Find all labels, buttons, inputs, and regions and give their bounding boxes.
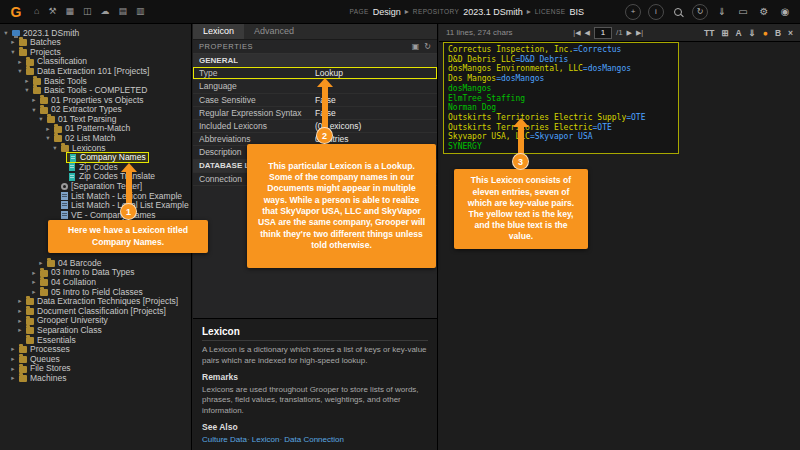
tree-item-box[interactable]: 01 Pattern-Match: [52, 124, 132, 133]
tree-item-box[interactable]: Essentials: [24, 335, 78, 344]
tree-item[interactable]: Company Names: [0, 153, 191, 163]
last-page-icon[interactable]: ▶|: [636, 29, 643, 37]
expander-icon[interactable]: ▸: [16, 58, 24, 66]
tree-item-box[interactable]: Classification: [24, 57, 89, 66]
expander-icon[interactable]: ▾: [2, 29, 10, 37]
record-icon[interactable]: ●: [763, 28, 768, 38]
tree-item[interactable]: Zip Codes Translate: [0, 172, 191, 182]
font-icon[interactable]: A: [735, 28, 741, 38]
export-icon[interactable]: ⇓: [749, 28, 756, 38]
tree-item[interactable]: ▸ 04 Collation: [0, 277, 191, 287]
tree-item[interactable]: ▸ 04 Barcode: [0, 258, 191, 268]
tree-item[interactable]: ▾ Basic Tools - COMPLETED: [0, 86, 191, 96]
sync-icon[interactable]: ↻: [692, 4, 708, 20]
expander-icon[interactable]: ▸: [16, 317, 24, 325]
lexicon-text-editor[interactable]: Correctus Inspection, Inc.=CorrectusD&D …: [443, 42, 679, 154]
home-icon[interactable]: ⌂: [34, 7, 39, 16]
expander-icon[interactable]: ▾: [51, 144, 59, 152]
tools-icon[interactable]: ⚒: [48, 7, 56, 16]
expander-icon[interactable]: ▾: [37, 115, 45, 123]
tree-item-box[interactable]: 02 Extractor Types: [38, 105, 124, 114]
tree-item-box[interactable]: Basic Tools: [31, 76, 89, 85]
tree-view-icon[interactable]: ⊞: [721, 28, 728, 38]
display-icon[interactable]: ▭: [736, 5, 750, 19]
help-link[interactable]: Data Connection: [279, 435, 343, 444]
expander-icon[interactable]: ▸: [30, 288, 38, 296]
tree-item-box[interactable]: Grooper University: [24, 316, 110, 325]
text-case-icon[interactable]: TT: [704, 28, 714, 38]
settings-icon[interactable]: ⚙: [757, 5, 771, 19]
tree-item[interactable]: ▸ Machines: [0, 373, 191, 383]
tree-item[interactable]: ▾ 2023.1 DSmith: [0, 28, 191, 38]
tree-item[interactable]: ▸ Document Classification [Projects]: [0, 306, 191, 316]
tree-item[interactable]: ▾ 02 List Match: [0, 134, 191, 144]
tree-item-box[interactable]: Data Extraction Techniques [Projects]: [24, 297, 180, 306]
tree-item-box[interactable]: 04 Barcode: [45, 258, 103, 267]
expander-icon[interactable]: ▸: [30, 96, 38, 104]
tree-item[interactable]: ▸ File Stores: [0, 364, 191, 374]
account-icon[interactable]: ◉: [778, 5, 792, 19]
expander-icon[interactable]: ▸: [9, 355, 17, 363]
tree-item[interactable]: [Separation Tester]: [0, 182, 191, 192]
tree-item[interactable]: ▾ Projects: [0, 47, 191, 57]
tree-item-box[interactable]: 01 Text Parsing: [45, 115, 118, 124]
batches-icon[interactable]: ▦: [66, 7, 75, 16]
expander-icon[interactable]: ▸: [37, 259, 45, 267]
projects-icon[interactable]: ◫: [83, 7, 92, 16]
tree-item-box[interactable]: Batches: [17, 38, 63, 47]
add-icon[interactable]: +: [625, 4, 641, 20]
tree-item[interactable]: List Match - Local List Example: [0, 201, 191, 211]
tree-item-box[interactable]: Zip Codes: [66, 163, 120, 172]
expander-icon[interactable]: ▾: [9, 48, 17, 56]
tree-item-box[interactable]: Data Extraction 101 [Projects]: [24, 67, 151, 76]
tree-item[interactable]: ▸ Processes: [0, 345, 191, 355]
copy-icon[interactable]: ▣: [412, 42, 420, 51]
property-row[interactable]: Language: [193, 80, 437, 93]
tree-item[interactable]: ▸ Basic Tools: [0, 76, 191, 86]
tree-item-box[interactable]: Basic Tools - COMPLETED: [31, 86, 149, 95]
tree-item-box[interactable]: 2023.1 DSmith: [10, 28, 81, 37]
expander-icon[interactable]: ▾: [23, 86, 31, 94]
expander-icon[interactable]: ▸: [9, 38, 17, 46]
tree-item[interactable]: ▸ Separation Class: [0, 325, 191, 335]
help-link[interactable]: Culture Data: [202, 435, 247, 444]
expander-icon[interactable]: ▸: [30, 269, 38, 277]
property-value[interactable]: False: [315, 108, 437, 118]
tab-lexicon[interactable]: Lexicon: [193, 24, 244, 39]
stats-icon[interactable]: ▥: [136, 7, 145, 16]
expander-icon[interactable]: ▸: [16, 297, 24, 305]
tree-item[interactable]: Essentials: [0, 335, 191, 345]
tree-item[interactable]: List Match - Lexicon Example: [0, 191, 191, 201]
refresh-icon[interactable]: ↻: [424, 42, 431, 51]
expander-icon[interactable]: ▸: [16, 307, 24, 315]
info-icon[interactable]: i: [648, 4, 664, 20]
expander-icon[interactable]: ▸: [30, 278, 38, 286]
tree-item-box[interactable]: 04 Collation: [38, 278, 98, 287]
property-row[interactable]: Regular Expression Syntax False: [193, 107, 437, 120]
property-value[interactable]: Lookup: [315, 68, 437, 78]
tree-item[interactable]: ▸ 01 Pattern-Match: [0, 124, 191, 134]
property-value[interactable]: (0 Lexicons): [315, 121, 437, 131]
tab-advanced[interactable]: Advanced: [244, 24, 304, 39]
expander-icon[interactable]: ▸: [9, 374, 17, 382]
tree-item[interactable]: VE - Company Names: [0, 210, 191, 220]
expander-icon[interactable]: ▾: [44, 134, 52, 142]
tree-item[interactable]: ▸ Grooper University: [0, 316, 191, 326]
reports-icon[interactable]: ▤: [119, 7, 128, 16]
tree-item[interactable]: ▸ 03 Intro to Data Types: [0, 268, 191, 278]
tree-item-box[interactable]: Machines: [17, 374, 68, 383]
tree-item[interactable]: ▸ Batches: [0, 38, 191, 48]
tree-item[interactable]: ▾ 01 Text Parsing: [0, 114, 191, 124]
expander-icon[interactable]: ▸: [23, 77, 31, 85]
breadcrumb-repo-value[interactable]: 2023.1 DSmith: [463, 7, 523, 17]
tree-item-box[interactable]: File Stores: [17, 364, 73, 373]
tree-item[interactable]: Zip Codes: [0, 162, 191, 172]
property-row[interactable]: Type Lookup: [193, 67, 437, 80]
property-row[interactable]: Case Sensitive False: [193, 94, 437, 107]
tree-item[interactable]: ▸ Classification: [0, 57, 191, 67]
tree-item-box[interactable]: Processes: [17, 345, 72, 354]
expander-icon[interactable]: ▸: [9, 365, 17, 373]
first-page-icon[interactable]: |◀: [573, 29, 580, 37]
close-icon[interactable]: ×: [788, 28, 793, 38]
tree-item-box[interactable]: 05 Intro to Field Classes: [38, 287, 145, 296]
